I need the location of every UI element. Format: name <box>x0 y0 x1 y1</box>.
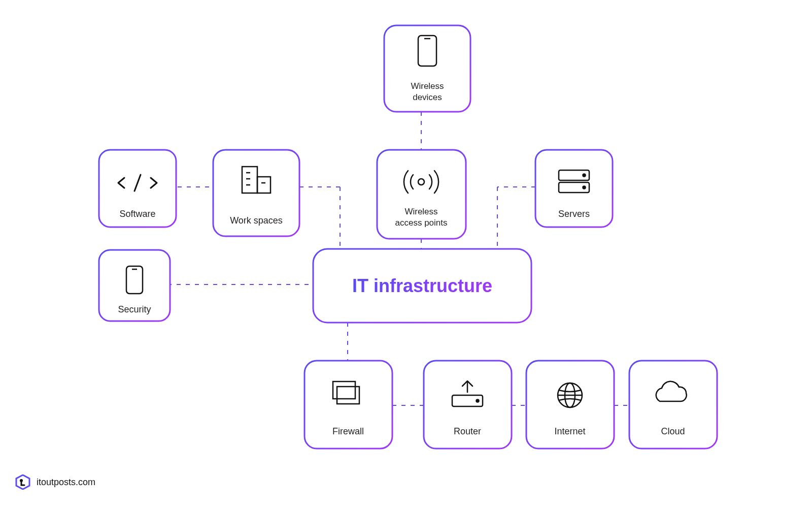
node-workspaces: Work spaces <box>213 150 299 236</box>
node-label: Internet <box>554 426 585 436</box>
node-firewall: Firewall <box>304 361 392 449</box>
node-label: Security <box>118 304 151 314</box>
svg-point-40 <box>477 400 479 402</box>
node-security: Security <box>99 250 170 321</box>
node-it-infrastructure: IT infrastructure <box>313 249 531 323</box>
node-internet: Internet <box>526 361 614 449</box>
footer-text: itoutposts.com <box>37 477 95 488</box>
brand-logon-icon <box>15 474 30 490</box>
node-software: Software <box>99 150 176 227</box>
diagram-svg: IT infrastructure Wireless devices Softw… <box>0 0 812 508</box>
node-label: Software <box>119 209 155 219</box>
node-wireless-access-points: Wireless access points <box>377 150 466 239</box>
node-label: Wireless <box>411 81 444 91</box>
svg-point-31 <box>583 186 586 189</box>
node-label: Servers <box>558 209 590 219</box>
center-title: IT infrastructure <box>352 275 492 296</box>
diagram-canvas: IT infrastructure Wireless devices Softw… <box>0 0 812 508</box>
node-servers: Servers <box>535 150 613 227</box>
node-label: devices <box>413 92 442 102</box>
node-label: Router <box>454 426 481 436</box>
node-cloud: Cloud <box>629 361 717 449</box>
svg-marker-47 <box>16 475 29 489</box>
node-router: Router <box>424 361 512 449</box>
footer: itoutposts.com <box>15 474 95 490</box>
node-label: access points <box>395 218 448 228</box>
svg-point-30 <box>583 174 586 177</box>
node-label: Firewall <box>332 426 364 436</box>
node-label: Work spaces <box>230 215 283 226</box>
node-wireless-devices: Wireless devices <box>384 25 470 112</box>
node-label: Wireless <box>404 207 437 216</box>
node-label: Cloud <box>661 426 685 436</box>
